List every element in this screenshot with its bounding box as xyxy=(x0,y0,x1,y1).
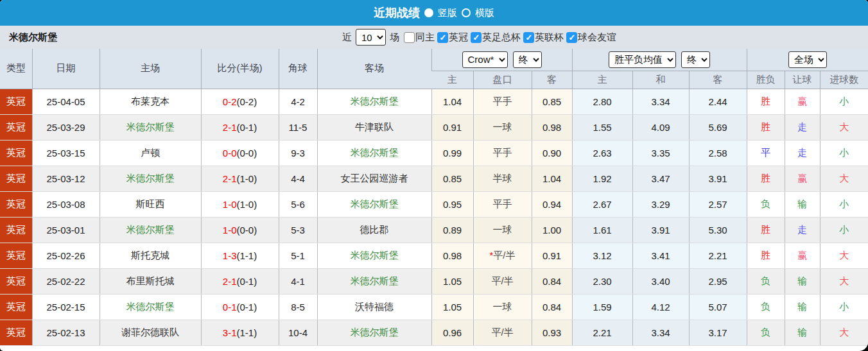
away-team-cell[interactable]: 米德尔斯堡 xyxy=(317,191,431,217)
competition-1-label: 英足总杯 xyxy=(482,31,521,44)
avg-draw-cell: 3.34 xyxy=(632,320,689,345)
competition-3-checkbox[interactable] xyxy=(566,32,577,43)
odds-time-select[interactable]: 终 xyxy=(513,51,542,68)
result-cell: 平 xyxy=(747,140,785,166)
away-team-cell[interactable]: 沃特福德 xyxy=(317,294,431,320)
away-team-cell[interactable]: 德比郡 xyxy=(317,217,431,243)
scope-select[interactable]: 全场 xyxy=(788,51,827,68)
handicap-cell: 平手 xyxy=(473,140,532,166)
competition-0-label: 英冠 xyxy=(449,31,468,44)
subcol-avg-draw: 和 xyxy=(632,71,689,89)
col-header-corners: 角球 xyxy=(279,49,317,89)
avg-away-cell: 5.69 xyxy=(689,114,747,140)
competition-1-checkbox[interactable] xyxy=(471,32,482,43)
away-team-cell[interactable]: 米德尔斯堡 xyxy=(317,268,431,294)
corners-cell: 5-1 xyxy=(279,243,317,268)
league-cell: 英冠 xyxy=(0,294,32,320)
handicap-cell: 一球 xyxy=(473,114,532,140)
table-row: 英冠25-03-15卢顿0-0(0-0)9-3米德尔斯堡0.99平手0.902.… xyxy=(0,140,868,166)
avg-time-select[interactable]: 终 xyxy=(681,51,710,68)
result-cell: 负 xyxy=(747,268,785,294)
handicap-cell: 一球 xyxy=(473,217,532,243)
table-row: 英冠25-03-08斯旺西1-0(1-0)5-6米德尔斯堡0.95平手0.942… xyxy=(0,191,868,217)
away-team-cell[interactable]: 米德尔斯堡 xyxy=(317,320,431,345)
result-cell: 胜 xyxy=(747,243,785,268)
result-cell: 负 xyxy=(747,294,785,320)
avg-away-cell: 3.91 xyxy=(689,166,747,191)
league-cell: 英冠 xyxy=(0,191,32,217)
competition-2-checkbox[interactable] xyxy=(523,32,534,43)
home-team-cell[interactable]: 斯旺西 xyxy=(100,191,201,217)
horizontal-layout-radio[interactable] xyxy=(462,8,471,17)
avg-home-cell: 1.55 xyxy=(572,114,632,140)
col-header-home: 主场 xyxy=(100,49,201,89)
filter-checks: 同主英冠英足总杯英联杯球会友谊 xyxy=(401,31,616,44)
table-row: 英冠25-03-12米德尔斯堡2-1(1-0)4-4女王公园巡游者0.85半球1… xyxy=(0,166,868,191)
odds-away-cell: 1.04 xyxy=(532,166,572,191)
goals-cell: 小 xyxy=(820,89,868,114)
corners-cell: 5-3 xyxy=(279,217,317,243)
goals-cell: 大 xyxy=(820,243,868,268)
date-cell: 25-02-15 xyxy=(32,294,100,320)
recent-count-select[interactable]: 10 xyxy=(356,29,386,46)
score-cell: 1-3(1-1) xyxy=(201,243,279,268)
home-team-cell[interactable]: 米德尔斯堡 xyxy=(100,217,201,243)
subcol-result: 胜负 xyxy=(747,71,785,89)
league-cell: 英冠 xyxy=(0,89,32,114)
vertical-layout-label[interactable]: 竖版 xyxy=(438,7,457,19)
handicap-cell: 平手 xyxy=(473,191,532,217)
col-header-score: 比分(半场) xyxy=(201,49,279,89)
away-team-cell[interactable]: 牛津联队 xyxy=(317,114,431,140)
away-team-cell[interactable]: 米德尔斯堡 xyxy=(317,243,431,268)
home-team-cell[interactable]: 布里斯托城 xyxy=(100,268,201,294)
result-cell: 负 xyxy=(747,191,785,217)
away-team-cell[interactable]: 米德尔斯堡 xyxy=(317,89,431,114)
subcol-handicap-result: 让球 xyxy=(785,71,820,89)
table-row: 英冠25-04-05布莱克本0-2(0-2)4-2米德尔斯堡1.04平手0.85… xyxy=(0,89,868,114)
odds-company-select[interactable]: Crow* xyxy=(462,51,508,68)
avg-home-cell: 2.67 xyxy=(572,191,632,217)
recent-results-panel: 近期战绩 竖版 横版 米德尔斯堡 近 10 场 同主英冠英足总杯英联杯球会友谊 … xyxy=(0,0,868,351)
home-team-cell[interactable]: 斯托克城 xyxy=(100,243,201,268)
home-team-cell[interactable]: 米德尔斯堡 xyxy=(100,166,201,191)
results-table: 类型 日期 主场 比分(半场) 角球 客场 Crow* 终 胜平负均值 终 xyxy=(0,49,868,346)
odds-away-cell: 0.93 xyxy=(532,320,572,345)
avg-home-cell: 2.30 xyxy=(572,268,632,294)
home-team-cell[interactable]: 米德尔斯堡 xyxy=(100,114,201,140)
handicap-result-cell: 走 xyxy=(785,217,820,243)
league-cell: 英冠 xyxy=(0,140,32,166)
handicap-result-cell: 赢 xyxy=(785,166,820,191)
results-tbody: 英冠25-04-05布莱克本0-2(0-2)4-2米德尔斯堡1.04平手0.85… xyxy=(0,89,868,345)
score-cell: 3-1(1-1) xyxy=(201,320,279,345)
odds-away-cell: 0.84 xyxy=(532,268,572,294)
avg-draw-cell: 3.35 xyxy=(632,140,689,166)
same-home-label: 同主 xyxy=(415,31,435,44)
horizontal-layout-label[interactable]: 横版 xyxy=(475,7,494,19)
away-team-cell[interactable]: 女王公园巡游者 xyxy=(317,166,431,191)
competition-0-checkbox[interactable] xyxy=(437,32,448,43)
vertical-layout-radio[interactable] xyxy=(424,8,433,17)
table-row: 英冠25-02-22布里斯托城2-1(0-1)4-1米德尔斯堡1.05平/半0.… xyxy=(0,268,868,294)
goals-cell: 大 xyxy=(820,320,868,345)
odds-home-cell: 0.96 xyxy=(431,320,473,345)
league-cell: 英冠 xyxy=(0,114,32,140)
avg-group-header: 胜平负均值 终 xyxy=(572,49,747,71)
avg-draw-cell: 3.40 xyxy=(632,268,689,294)
handicap-result-cell: 走 xyxy=(785,140,820,166)
col-header-date: 日期 xyxy=(32,49,100,89)
recent-prefix-label: 近 xyxy=(342,31,352,44)
league-cell: 英冠 xyxy=(0,320,32,345)
same-home-checkbox[interactable] xyxy=(404,32,415,43)
avg-draw-cell: 4.09 xyxy=(632,114,689,140)
away-team-cell[interactable]: 米德尔斯堡 xyxy=(317,140,431,166)
handicap-result-cell: 走 xyxy=(785,114,820,140)
result-cell: 胜 xyxy=(747,114,785,140)
handicap-result-cell: 赢 xyxy=(785,243,820,268)
avg-draw-cell: 3.47 xyxy=(632,166,689,191)
avg-type-select[interactable]: 胜平负均值 xyxy=(609,51,676,68)
home-team-cell[interactable]: 布莱克本 xyxy=(100,89,201,114)
date-cell: 25-03-01 xyxy=(32,217,100,243)
home-team-cell[interactable]: 米德尔斯堡 xyxy=(100,294,201,320)
home-team-cell[interactable]: 卢顿 xyxy=(100,140,201,166)
home-team-cell[interactable]: 谢菲尔德联队 xyxy=(100,320,201,345)
